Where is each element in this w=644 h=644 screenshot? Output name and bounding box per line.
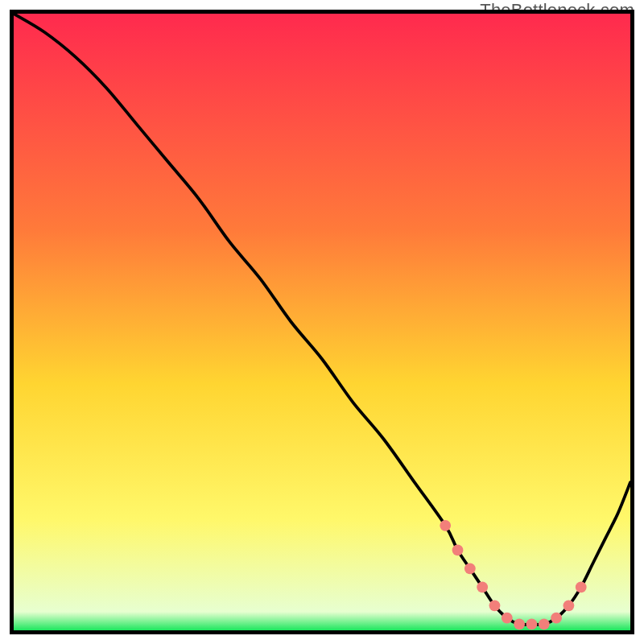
marker-dot [464,564,476,575]
chart-container: { "watermark": "TheBottleneck.com", "col… [0,0,644,644]
bottleneck-curve [14,14,630,625]
marker-dot [452,545,464,556]
marker-dot [564,600,575,611]
marker-dot [489,600,501,611]
marker-dot [539,618,550,630]
marker-dot [576,581,587,592]
plot-area [14,14,630,630]
marker-dot [502,613,513,624]
marker-dot [526,618,538,630]
marker-dot [551,613,562,624]
plot-frame [10,10,634,634]
marker-dot [440,520,451,531]
sweet-spot-markers [440,520,586,630]
curve-layer [14,14,630,630]
marker-dot [514,618,525,630]
marker-dot [477,581,488,592]
